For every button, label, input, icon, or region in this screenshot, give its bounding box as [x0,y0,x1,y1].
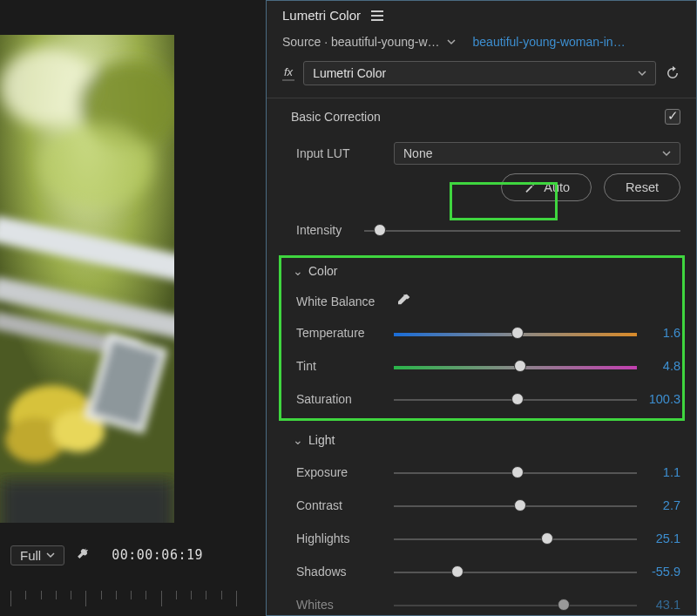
auto-button[interactable]: Auto [501,173,592,201]
timecode[interactable]: 00:00:06:19 [112,547,203,563]
input-lut-value: None [403,146,432,160]
shadows-value[interactable]: -55.9 [637,565,680,579]
panel-menu-icon[interactable] [371,10,383,21]
effect-name: Lumetri Color [313,66,386,80]
disclosure-icon[interactable]: ⌄ [291,433,305,447]
tint-label: Tint [291,359,394,373]
shadows-slider[interactable] [394,561,637,582]
fx-badge[interactable]: fx [282,65,294,81]
panel-title: Lumetri Color [282,8,361,23]
contrast-slider[interactable] [394,495,637,516]
temperature-label: Temperature [291,326,394,340]
auto-label: Auto [544,180,570,194]
timeline-ruler[interactable] [10,591,237,608]
white-balance-label: White Balance [291,294,394,308]
effect-select[interactable]: Lumetri Color [303,61,656,85]
whites-slider[interactable] [394,594,637,615]
eyedropper-icon[interactable] [394,293,411,310]
chevron-down-icon [46,551,55,559]
highlights-value[interactable]: 25.1 [637,531,680,545]
reset-effect-icon[interactable] [665,65,680,81]
exposure-label: Exposure [291,465,394,479]
chevron-down-icon [662,149,671,158]
saturation-slider[interactable] [394,389,637,410]
color-title[interactable]: Color [308,264,337,278]
chevron-down-icon[interactable] [447,37,456,46]
basic-correction-toggle[interactable] [665,109,680,125]
lumetri-color-panel: Lumetri Color Source · beautiful-young-w… [266,0,697,616]
settings-wrench-icon[interactable] [77,546,92,565]
section-color: ⌄ Color White Balance Temperature 1.6 Ti… [267,259,696,428]
playback-resolution-label: Full [20,548,41,563]
light-title[interactable]: Light [308,433,335,447]
shadows-label: Shadows [291,565,394,579]
section-light: ⌄ Light Exposure 1.1 Contrast 2.7 Highli… [267,428,696,616]
playback-resolution-select[interactable]: Full [10,545,64,565]
svg-rect-12 [0,479,174,523]
intensity-label: Intensity [291,223,364,237]
program-monitor [0,35,174,523]
disclosure-icon[interactable]: ⌄ [291,264,305,278]
exposure-slider[interactable] [394,462,637,483]
source-label: Source · beautiful-young-w… [282,35,440,49]
temperature-value[interactable]: 1.6 [637,326,680,340]
input-lut-label: Input LUT [291,146,394,160]
saturation-label: Saturation [291,392,394,406]
wand-icon [523,180,537,194]
temperature-slider[interactable] [394,322,637,343]
whites-value[interactable]: 43.1 [637,598,680,612]
input-lut-select[interactable]: None [394,142,680,165]
svg-point-3 [39,124,152,207]
section-basic-correction: Basic Correction Input LUT None Auto Res… [267,98,696,259]
clip-link[interactable]: beautiful-young-woman-in… [473,35,626,49]
highlights-label: Highlights [291,531,394,545]
tint-slider[interactable] [394,355,637,376]
reset-button[interactable]: Reset [604,173,680,201]
contrast-label: Contrast [291,498,394,512]
reset-label: Reset [626,180,659,194]
exposure-value[interactable]: 1.1 [637,465,680,479]
section-title[interactable]: Basic Correction [291,110,381,124]
tint-value[interactable]: 4.8 [637,359,680,373]
intensity-slider[interactable] [364,220,680,240]
chevron-down-icon [638,69,646,78]
highlights-slider[interactable] [394,528,637,549]
whites-label: Whites [291,598,394,612]
saturation-value[interactable]: 100.3 [637,392,680,406]
contrast-value[interactable]: 2.7 [637,498,680,512]
